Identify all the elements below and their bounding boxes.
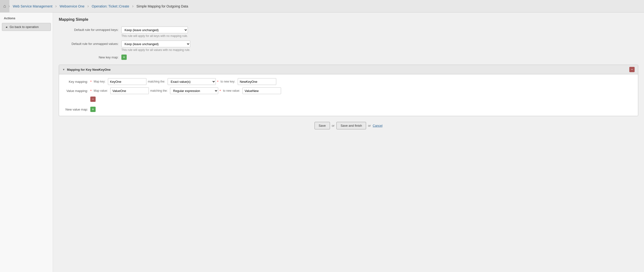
default-rule-values-hint: This rule will apply for all values with…	[122, 48, 190, 52]
value-mapping-label: Value mapping:	[64, 89, 90, 93]
default-rule-values-field-group: Keep (leave unchanged) This rule will ap…	[122, 41, 190, 52]
default-rule-keys-field-group: Keep (leave unchanged) This rule will ap…	[122, 27, 188, 38]
back-arrow-icon: ◄	[5, 26, 8, 29]
key-mapping-label: Key mapping:	[64, 80, 90, 83]
to-new-value-star: *	[220, 89, 221, 93]
new-key-map-label: New key map:	[59, 56, 122, 59]
go-back-button[interactable]: ◄ Go back to operation	[2, 23, 51, 31]
to-new-key-star: *	[217, 80, 218, 83]
breadcrumb-link-web-service[interactable]: Web Service Management	[13, 4, 52, 8]
breadcrumb-mapping: Simple Mapping for Outgoing Data	[132, 0, 192, 12]
value-mapping-fields: * Map value: matching the: Exact value(s…	[90, 87, 281, 94]
breadcrumb-separator-3: ›	[88, 4, 89, 9]
mapping-box-header: ▼ Mapping for Key NewKeyOne −	[59, 65, 638, 74]
default-rule-keys-hint: This rule will apply for all keys with n…	[122, 34, 188, 38]
breadcrumb-link-operation[interactable]: Operation: Ticket::Create	[92, 4, 129, 8]
remove-value-row: −	[64, 96, 633, 102]
sidebar: Actions ◄ Go back to operation	[0, 13, 53, 272]
to-new-value-input[interactable]	[242, 87, 281, 94]
cancel-button[interactable]: Cancel	[373, 124, 382, 127]
save-button[interactable]: Save	[314, 122, 330, 129]
mapping-box-header-left: ▼ Mapping for Key NewKeyOne	[62, 68, 110, 71]
matching-key-select[interactable]: Exact value(s) Regular expression Any va…	[168, 78, 216, 85]
map-key-input[interactable]	[108, 78, 146, 85]
or-text-1: or	[332, 124, 335, 127]
mapping-box-title: Mapping for Key NewKeyOne	[67, 68, 110, 71]
breadcrumb-separator-2: ›	[56, 4, 57, 9]
breadcrumb-operation[interactable]: Operation: Ticket::Create	[88, 0, 133, 12]
or-text-2: or	[368, 124, 371, 127]
go-back-label: Go back to operation	[10, 25, 39, 29]
collapse-icon[interactable]: ▼	[62, 68, 65, 71]
home-breadcrumb[interactable]: ⌂	[0, 0, 10, 12]
to-new-value-label: to new value:	[223, 89, 240, 92]
add-key-map-button[interactable]: +	[122, 55, 127, 60]
default-rule-values-label: Default rule for unmapped values:	[59, 41, 122, 46]
default-rule-keys-row: Default rule for unmapped keys: Keep (le…	[59, 27, 638, 38]
default-rule-values-row: Default rule for unmapped values: Keep (…	[59, 41, 638, 52]
map-value-input[interactable]	[110, 87, 149, 94]
to-new-key-label: to new key:	[220, 80, 235, 83]
matching-key-field-label: matching the:	[148, 80, 165, 83]
matching-value-field-label: matching the:	[150, 89, 168, 92]
breadcrumb-link-webservice-one[interactable]: Webservice One	[60, 4, 84, 8]
breadcrumb-web-service[interactable]: Web Service Management	[9, 0, 56, 12]
key-mapping-row: Key mapping: * Map key: matching the: Ex…	[64, 78, 633, 85]
home-icon: ⌂	[3, 4, 6, 9]
default-rule-keys-label: Default rule for unmapped keys:	[59, 27, 122, 32]
new-value-map-label: New value map:	[64, 108, 90, 111]
map-key-star: *	[90, 80, 92, 83]
remove-mapping-button[interactable]: −	[629, 67, 634, 72]
save-and-finish-button[interactable]: Save and finish	[336, 122, 366, 129]
map-value-field-label: Map value:	[94, 89, 108, 92]
breadcrumb-separator-1: ›	[8, 4, 10, 9]
new-key-map-row: New key map: +	[59, 55, 638, 60]
mapping-box: ▼ Mapping for Key NewKeyOne − Key mappin…	[59, 65, 638, 116]
map-key-field-label: Map key:	[94, 80, 106, 83]
breadcrumb-separator-4: ›	[132, 4, 134, 9]
new-value-map-row: New value map: +	[64, 104, 633, 112]
map-value-star: *	[90, 89, 92, 93]
to-new-key-input[interactable]	[238, 78, 276, 85]
mapping-box-body: Key mapping: * Map key: matching the: Ex…	[59, 74, 638, 116]
breadcrumb-current: Simple Mapping for Outgoing Data	[136, 4, 188, 8]
remove-value-button[interactable]: −	[90, 96, 96, 102]
add-value-map-button[interactable]: +	[90, 107, 96, 112]
value-mapping-row: Value mapping: * Map value: matching the…	[64, 87, 633, 94]
default-rule-values-select[interactable]: Keep (leave unchanged)	[122, 41, 190, 47]
section-title: Mapping Simple	[59, 17, 638, 22]
main-content: Mapping Simple Default rule for unmapped…	[53, 13, 644, 272]
breadcrumb-webservice-one[interactable]: Webservice One	[56, 0, 88, 12]
footer-buttons: Save or Save and finish or Cancel	[59, 122, 638, 129]
breadcrumb: ⌂ › Web Service Management › Webservice …	[0, 0, 644, 13]
default-rule-keys-select[interactable]: Keep (leave unchanged)	[122, 27, 188, 33]
key-mapping-fields: * Map key: matching the: Exact value(s) …	[90, 78, 276, 85]
sidebar-title: Actions	[0, 17, 53, 23]
matching-value-select[interactable]: Exact value(s) Regular expression Any va…	[170, 87, 218, 94]
